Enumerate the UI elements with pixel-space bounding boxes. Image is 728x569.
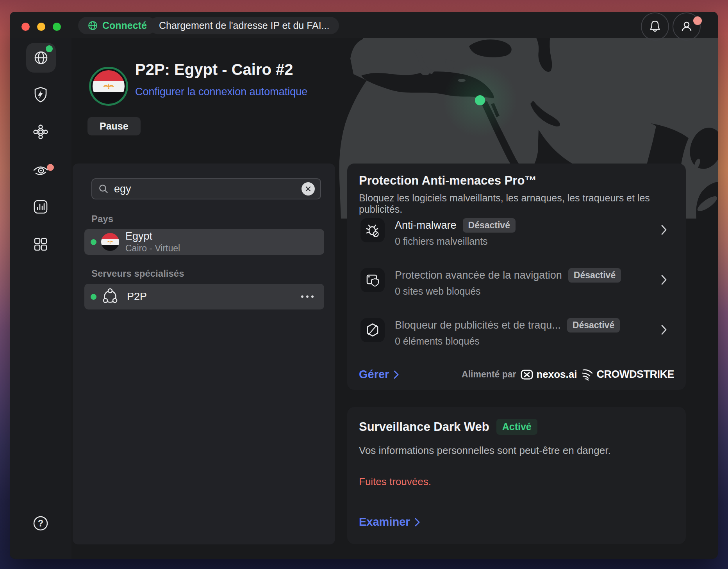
connected-country-flag [89,67,128,106]
manage-link-label: Gérer [359,368,389,381]
map-connection-dot [475,95,485,105]
autoconnect-link[interactable]: Configurer la connexion automatique [135,86,307,98]
sidebar: ? [10,38,71,559]
bar-chart-icon [32,198,50,216]
globe-icon [87,20,98,31]
close-icon [305,186,311,192]
ad-blocker-tile [360,318,385,342]
server-online-dot [91,239,96,245]
mesh-network-icon [32,123,50,141]
app-window: Connecté Chargement de l'adresse IP et d… [10,12,718,559]
egypt-flag [93,70,125,102]
ip-info-pill: Chargement de l'adresse IP et du FAI... [150,17,339,34]
egypt-flag-small [101,233,119,251]
anti-malware-stat: 0 fichiers malveillants [395,236,516,247]
nexos-logo: nexos.ai [521,368,577,381]
chevron-right-icon[interactable] [661,274,667,285]
sidebar-item-dark-web-monitor[interactable] [10,160,71,178]
ellipsis-icon [299,294,316,299]
server-list-panel: Pays Egypt Cairo - Virtuel Serveurs spéc… [73,164,335,544]
server-options-button[interactable] [299,294,316,299]
safe-browsing-tile [360,268,385,292]
ad-blocker-stat: 0 éléments bloqués [395,336,620,347]
dark-web-status-badge: Activé [496,419,537,435]
egypt-eagle-emblem [106,240,114,245]
specialty-row-p2p[interactable]: P2P [84,284,324,309]
crowdstrike-falcon-icon [582,367,596,382]
sidebar-item-threat-protection[interactable] [10,85,71,103]
crowdstrike-wordmark: CROWDSTRIKE [597,368,674,381]
manage-link[interactable]: Gérer [359,368,399,381]
anti-malware-status-badge: Désactivé [463,218,516,233]
connection-status-label: Connecté [102,20,147,31]
crowdstrike-logo: CROWDSTRIKE [582,367,674,382]
notifications-button[interactable] [641,12,669,41]
connection-status-pill: Connecté [78,17,156,34]
sidebar-item-meshnet[interactable] [10,123,71,141]
specialty-section-label: Serveurs spécialisés [91,268,184,279]
threat-protection-subtitle: Bloquez les logiciels malveillants, les … [359,192,686,215]
p2p-servers-icon [100,287,120,306]
close-window-button[interactable] [21,23,30,31]
shield-bolt-icon [32,85,50,103]
threat-protection-title: Protection Anti-menaces Pro™ [359,174,537,188]
help-icon: ? [32,514,50,532]
grid-icon [32,235,50,253]
search-box [91,178,321,199]
safe-browsing-stat: 0 sites web bloqués [395,286,621,297]
ad-blocker-icon [364,321,382,339]
powered-by-label: Alimenté par [462,369,516,380]
review-link[interactable]: Examiner [359,516,420,528]
safe-browsing-row[interactable]: Protection avancée de la navigation Désa… [347,268,686,294]
nexos-icon [521,370,533,380]
chevron-right-icon [415,518,420,526]
server-online-dot [91,294,96,300]
search-icon [98,184,109,194]
malware-bug-icon [364,221,382,239]
leaks-found-alert: Fuites trouvées. [359,476,431,488]
ip-info-label: Chargement de l'adresse IP et du FAI... [159,20,330,31]
chevron-right-icon[interactable] [661,224,667,235]
zoom-window-button[interactable] [53,23,61,31]
safe-browsing-label: Protection avancée de la navigation [395,269,562,281]
sidebar-item-activity[interactable] [10,198,71,216]
bell-icon [647,18,663,35]
ad-blocker-label: Bloqueur de publicités et de traqu... [395,319,561,331]
dark-web-subtitle: Vos informations personnelles sont peut-… [359,445,611,457]
country-row-egypt[interactable]: Egypt Cairo - Virtuel [84,229,324,255]
profile-button[interactable] [673,12,701,41]
dark-web-card: Surveillance Dark Web Activé Vos informa… [347,407,686,544]
vpn-status-dot [46,45,53,52]
dark-web-title: Surveillance Dark Web [359,420,489,434]
country-name: Egypt [125,230,180,242]
titlebar: Connecté Chargement de l'adresse IP et d… [10,12,718,38]
question-mark-glyph: ? [38,518,43,528]
dark-web-alert-dot [47,164,54,171]
profile-notification-dot [693,16,702,25]
search-input[interactable] [114,183,302,195]
page-title: P2P: Egypt - Cairo #2 [135,61,293,78]
ad-blocker-status-badge: Désactivé [567,318,620,333]
anti-malware-tile [360,218,385,242]
country-location: Cairo - Virtuel [125,243,180,254]
threat-protection-card: Protection Anti-menaces Pro™ Bloquez les… [347,164,686,390]
review-link-label: Examiner [359,516,410,528]
countries-section-label: Pays [91,213,113,224]
pause-button[interactable]: Pause [87,117,141,135]
chevron-right-icon[interactable] [661,324,667,335]
sidebar-item-more-tools[interactable] [10,235,71,253]
minimize-window-button[interactable] [37,23,45,31]
sidebar-item-help[interactable]: ? [10,514,71,532]
anti-malware-label: Anti-malware [395,219,457,231]
egypt-eagle-emblem [102,82,115,91]
nexos-wordmark: nexos.ai [536,368,577,381]
sidebar-item-vpn[interactable] [26,43,56,73]
powered-by-group: Alimenté par nexos.ai [462,367,674,382]
clear-search-button[interactable] [302,182,315,196]
specialty-name: P2P [127,291,147,303]
anti-malware-row[interactable]: Anti-malware Désactivé 0 fichiers malvei… [347,218,686,244]
ad-blocker-row[interactable]: Bloqueur de publicités et de traqu... Dé… [347,318,686,344]
browser-shield-icon [364,271,382,289]
safe-browsing-status-badge: Désactivé [568,268,621,283]
chevron-right-icon [394,370,399,379]
